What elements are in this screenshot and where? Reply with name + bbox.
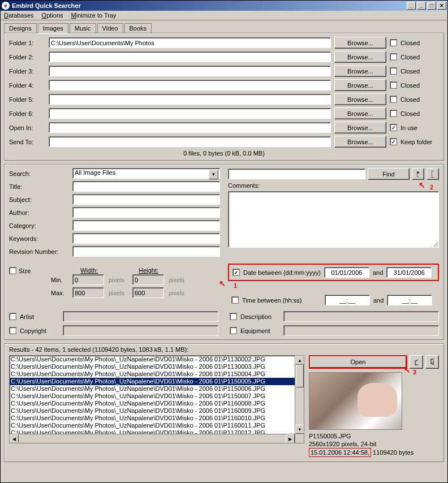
equipment-input[interactable]: [283, 325, 439, 336]
copyright-label: Copyright: [20, 327, 59, 334]
browse-button[interactable]: Browse...: [334, 37, 386, 49]
folder-label: Folder 5:: [9, 96, 45, 103]
time-to-input[interactable]: [387, 295, 432, 305]
browse-button[interactable]: Browse...: [334, 65, 386, 77]
tab-video[interactable]: Video: [97, 23, 123, 33]
list-item[interactable]: C:\Users\User\Documents\My Photos\_UzNap…: [10, 422, 304, 429]
scroll-down-button[interactable]: ▼: [295, 425, 304, 434]
date-filter-group: Date between (dd:mm:yyyy) and ↖: [228, 264, 439, 281]
annotation-label-3: 3: [413, 369, 416, 376]
list-item[interactable]: C:\Users\User\Documents\My Photos\_UzNap…: [10, 378, 304, 385]
search-type-select[interactable]: All Image Files: [72, 168, 220, 179]
folder-label: Folder 6:: [9, 110, 45, 117]
open-button[interactable]: Open: [309, 355, 407, 369]
keywords-input[interactable]: [72, 233, 220, 244]
tab-designs[interactable]: Designs: [4, 23, 37, 33]
folder-path-input[interactable]: [49, 51, 331, 62]
folder-path-input[interactable]: [49, 94, 331, 105]
max-height-input[interactable]: [132, 287, 164, 298]
list-item[interactable]: C:\Users\User\Documents\My Photos\_UzNap…: [10, 385, 304, 393]
svg-rect-2: [432, 171, 434, 178]
folder-path-input[interactable]: [49, 122, 331, 133]
date-to-input[interactable]: [386, 267, 432, 278]
list-item[interactable]: C:\Users\User\Documents\My Photos\_UzNap…: [10, 400, 304, 407]
tab-music[interactable]: Music: [70, 23, 96, 33]
svg-rect-4: [433, 361, 434, 365]
folder-path-input[interactable]: [49, 66, 331, 76]
browse-button[interactable]: Browse...: [334, 107, 386, 119]
artist-checkbox[interactable]: [9, 313, 16, 320]
list-item[interactable]: C:\Users\User\Documents\My Photos\_UzNap…: [10, 415, 304, 422]
date-checkbox[interactable]: [232, 269, 240, 276]
list-item[interactable]: C:\Users\User\Documents\My Photos\_UzNap…: [10, 370, 304, 378]
and-label: and: [373, 269, 383, 276]
category-input[interactable]: [72, 220, 220, 231]
menu-databases[interactable]: Databases: [4, 12, 34, 19]
folder-option-checkbox[interactable]: [390, 124, 397, 131]
description-input[interactable]: [283, 311, 439, 322]
folder-option-checkbox[interactable]: [390, 53, 397, 61]
time-from-input[interactable]: [325, 295, 370, 305]
results-listbox[interactable]: C:\Users\User\Documents\My Photos\_UzNap…: [9, 355, 304, 443]
browse-button[interactable]: Browse...: [334, 93, 386, 105]
close-button[interactable]: ✕: [437, 2, 446, 10]
tab-images[interactable]: Images: [38, 23, 68, 33]
time-checkbox[interactable]: [231, 296, 239, 304]
folder-option-checkbox[interactable]: [390, 81, 397, 89]
folder-path-input[interactable]: [49, 80, 331, 90]
folder-option-checkbox[interactable]: [390, 96, 397, 103]
document-icon-button[interactable]: [427, 168, 439, 180]
revision-input[interactable]: [72, 246, 220, 257]
list-item[interactable]: C:\Users\User\Documents\My Photos\_UzNap…: [10, 393, 304, 400]
scroll-up-button[interactable]: ▲: [295, 356, 304, 365]
copy-icon-button[interactable]: [425, 355, 439, 369]
browse-button[interactable]: Browse...: [334, 122, 386, 133]
folder-option-checkbox[interactable]: [390, 67, 397, 75]
horizontal-scrollbar[interactable]: ◀ ▶: [10, 434, 295, 443]
min-width-input[interactable]: [72, 274, 104, 285]
date-from-input[interactable]: [324, 267, 369, 278]
minimize-button[interactable]: _: [417, 2, 426, 10]
folder-option-checkbox[interactable]: [390, 39, 397, 46]
max-width-input[interactable]: [72, 287, 104, 298]
subject-input[interactable]: [72, 194, 220, 205]
folder-option-checkbox[interactable]: [390, 138, 397, 145]
folder-path-input[interactable]: [49, 37, 331, 48]
open-folder-icon-button[interactable]: [410, 355, 423, 369]
folder-icon-button[interactable]: [412, 168, 424, 180]
size-checkbox[interactable]: [9, 267, 16, 274]
artist-input[interactable]: [63, 311, 218, 322]
browse-button[interactable]: Browse...: [334, 136, 386, 148]
list-item[interactable]: C:\Users\User\Documents\My Photos\_UzNap…: [10, 356, 304, 363]
author-input[interactable]: [72, 207, 220, 218]
scroll-right-button[interactable]: ▶: [286, 434, 295, 443]
preview-filename: P1150005.JPG: [309, 432, 439, 440]
menu-minimize[interactable]: Minimize to Tray: [71, 12, 117, 19]
browse-button[interactable]: Browse...: [334, 79, 386, 91]
copyright-checkbox[interactable]: [9, 327, 16, 334]
list-item[interactable]: C:\Users\User\Documents\My Photos\_UzNap…: [10, 363, 304, 370]
folder-label: Folder 1:: [9, 40, 45, 46]
extra-window-button[interactable]: _: [407, 2, 416, 10]
search-query-input[interactable]: [228, 169, 365, 179]
menu-options[interactable]: Options: [42, 12, 63, 19]
maximize-button[interactable]: □: [427, 2, 436, 10]
unit-label: pixels: [109, 277, 130, 283]
and-label: and: [373, 297, 384, 304]
title-input[interactable]: [72, 181, 220, 192]
folder-option-checkbox[interactable]: [390, 110, 397, 117]
comments-input[interactable]: [228, 191, 439, 248]
list-item[interactable]: C:\Users\User\Documents\My Photos\_UzNap…: [10, 407, 304, 415]
folder-path-input[interactable]: [49, 108, 331, 119]
min-height-input[interactable]: [132, 274, 164, 285]
scroll-thumb[interactable]: [296, 365, 304, 387]
copyright-input[interactable]: [63, 325, 218, 336]
tab-books[interactable]: Books: [124, 23, 152, 33]
browse-button[interactable]: Browse...: [334, 51, 386, 63]
folder-path-input[interactable]: [49, 136, 331, 147]
find-button[interactable]: Find: [368, 168, 410, 180]
description-checkbox[interactable]: [230, 313, 237, 320]
equipment-checkbox[interactable]: [230, 327, 237, 334]
vertical-scrollbar[interactable]: ▲ ▼: [295, 356, 304, 443]
scroll-left-button[interactable]: ◀: [10, 434, 19, 443]
